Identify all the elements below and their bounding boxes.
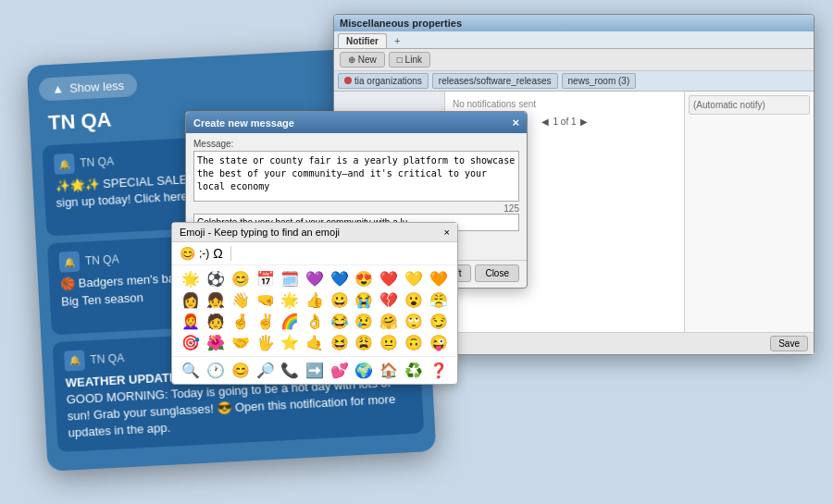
- close-button[interactable]: Close: [475, 264, 519, 282]
- emoji-cell[interactable]: 🌺: [205, 333, 228, 352]
- emoji-grid-container: 🌟 ⚽ 😊 📅 🗓️ 💜 💙 😍 ❤️ 💛 🧡 👩 👧 👋 🤜 🌟 👍 😀 😭 …: [172, 265, 457, 356]
- emoji-cell[interactable]: 😭: [353, 290, 376, 310]
- chevron-up-icon: ▲: [52, 81, 65, 96]
- show-less-button[interactable]: ▲ Show less: [39, 73, 138, 102]
- tab-add[interactable]: +: [389, 33, 405, 48]
- emoji-grid: 🌟 ⚽ 😊 📅 🗓️ 💜 💙 😍 ❤️ 💛 🧡 👩 👧 👋 🤜 🌟 👍 😀 😭 …: [180, 269, 450, 352]
- emoji-footer-cell[interactable]: 🕐: [205, 361, 228, 380]
- emoji-cell[interactable]: 😏: [427, 312, 450, 331]
- emoji-cell[interactable]: ✌️: [254, 312, 277, 331]
- show-less-label: Show less: [69, 78, 125, 94]
- emoji-cell[interactable]: 🎯: [180, 333, 203, 352]
- dialog-close-button[interactable]: ×: [512, 116, 519, 129]
- message-label: Message:: [193, 139, 519, 149]
- emoji-footer-cell[interactable]: 🏠: [378, 361, 401, 380]
- emoji-cell[interactable]: ❤️: [378, 269, 401, 289]
- emoji-cell[interactable]: 😂: [328, 312, 351, 331]
- window-title-bar: Miscellaneous properties: [334, 15, 814, 31]
- auto-notify-label: (Automatic notify): [689, 95, 810, 115]
- emoji-footer-cell[interactable]: ➡️: [304, 361, 327, 380]
- notif-icon: 🔔: [58, 252, 80, 273]
- emoji-cell[interactable]: 👩: [180, 290, 203, 310]
- emoji-footer-cell[interactable]: ❓: [427, 361, 450, 380]
- emoji-cell[interactable]: 💛: [403, 269, 426, 289]
- emoji-cell[interactable]: 😊: [229, 269, 252, 289]
- emoji-search-bar: 😊 ;-) Ω: [172, 242, 457, 265]
- message-textarea[interactable]: The state or county fair is a yearly pla…: [193, 151, 519, 202]
- emoji-footer: 🔍 🕐 😊 🔎 📞 ➡️ 💕 🌍 🏠 ♻️ ❓: [172, 356, 457, 384]
- emoji-cell[interactable]: 😢: [353, 312, 376, 331]
- dialog-title: Create new message: [193, 117, 294, 129]
- notif-icon: 🔔: [64, 350, 85, 371]
- emoji-cell[interactable]: 💜: [304, 269, 327, 289]
- folder-tabs: tia organizations releases/software_rele…: [334, 71, 814, 92]
- emoji-cell[interactable]: 😤: [427, 290, 450, 310]
- emoji-cell[interactable]: 👋: [229, 290, 252, 310]
- emoji-cell[interactable]: 🧡: [427, 269, 450, 289]
- tab-notifier[interactable]: Notifier: [338, 33, 387, 48]
- emoji-omega-icon: Ω: [213, 246, 222, 261]
- emoji-cell[interactable]: 🤞: [229, 312, 252, 331]
- emoji-cell[interactable]: 😍: [353, 269, 376, 289]
- emoji-cell[interactable]: 😀: [328, 290, 351, 310]
- emoji-cell[interactable]: 💙: [328, 269, 351, 289]
- emoji-footer-cell[interactable]: 🔎: [254, 361, 277, 380]
- char-count: 125: [193, 203, 519, 214]
- page-indicator: 1 of 1: [553, 117, 576, 127]
- emoji-cell[interactable]: 🧑: [205, 312, 228, 331]
- emoji-cell[interactable]: 🗓️: [279, 269, 302, 289]
- window-title: Miscellaneous properties: [340, 18, 462, 29]
- emoji-cell[interactable]: 👍: [304, 290, 327, 310]
- link-button[interactable]: □ Link: [389, 52, 430, 68]
- emoji-picker-close[interactable]: ×: [444, 227, 450, 238]
- emoji-cell[interactable]: 👌: [304, 312, 327, 331]
- folder-tab-qa-orgs[interactable]: tia organizations: [338, 73, 429, 89]
- emoji-cell[interactable]: 🌈: [279, 312, 302, 331]
- emoji-smile-icon: 😊: [180, 246, 195, 261]
- emoji-cell[interactable]: 🤝: [229, 333, 252, 352]
- emoji-cell[interactable]: 😮: [403, 290, 426, 310]
- emoji-cell[interactable]: 🙄: [403, 312, 426, 331]
- emoji-footer-cell[interactable]: 📞: [279, 361, 302, 380]
- emoji-footer-cell[interactable]: 🔍: [180, 361, 203, 380]
- emoji-picker-header: Emoji - Keep typing to find an emoji ×: [172, 223, 457, 242]
- emoji-cell[interactable]: ⚽: [205, 269, 228, 289]
- emoji-cell[interactable]: 💔: [378, 290, 401, 310]
- emoji-picker: Emoji - Keep typing to find an emoji × 😊…: [171, 222, 458, 385]
- emoji-cell[interactable]: 🌟: [279, 290, 302, 310]
- emoji-wink-icon: ;-): [199, 247, 209, 260]
- emoji-cell[interactable]: 😩: [353, 333, 376, 352]
- notif-sender: TN QA: [80, 155, 114, 170]
- emoji-footer-cell[interactable]: 💕: [328, 361, 351, 380]
- window-tabs: Notifier +: [334, 31, 814, 49]
- emoji-cell[interactable]: 🤗: [378, 312, 401, 331]
- emoji-footer-cell[interactable]: 🌍: [353, 361, 376, 380]
- window-toolbar: ⊕ New □ Link: [334, 49, 814, 71]
- emoji-cell[interactable]: 👩‍🦰: [180, 312, 203, 331]
- emoji-cell[interactable]: 🖐️: [254, 333, 277, 352]
- notif-sender: TN QA: [90, 351, 124, 366]
- new-button[interactable]: ⊕ New: [340, 52, 385, 68]
- emoji-cell[interactable]: 🌟: [180, 269, 203, 289]
- folder-tab-newsroom[interactable]: news_room (3): [562, 73, 637, 89]
- window-right-panel: (Automatic notify): [684, 92, 814, 332]
- emoji-cell[interactable]: 📅: [254, 269, 277, 289]
- notif-sender: TN QA: [85, 253, 119, 268]
- notification-title: TN QA: [44, 108, 112, 136]
- emoji-cell[interactable]: 🤜: [254, 290, 277, 310]
- folder-tab-releases[interactable]: releases/software_releases: [432, 73, 558, 89]
- emoji-footer-cell[interactable]: 😊: [229, 361, 252, 380]
- dialog-title-bar: Create new message ×: [186, 112, 527, 133]
- emoji-footer-cell[interactable]: ♻️: [403, 361, 426, 380]
- emoji-cell[interactable]: 😆: [328, 333, 351, 352]
- emoji-cell[interactable]: 🤙: [304, 333, 327, 352]
- save-button[interactable]: Save: [770, 336, 808, 351]
- emoji-cell[interactable]: 🙃: [403, 333, 426, 352]
- emoji-picker-title: Emoji - Keep typing to find an emoji: [180, 227, 340, 238]
- emoji-cell[interactable]: 👧: [205, 290, 228, 310]
- emoji-cell[interactable]: 😐: [378, 333, 401, 352]
- emoji-cell[interactable]: 😜: [427, 333, 450, 352]
- emoji-cell[interactable]: ⭐: [279, 333, 302, 352]
- notif-icon: 🔔: [54, 154, 75, 175]
